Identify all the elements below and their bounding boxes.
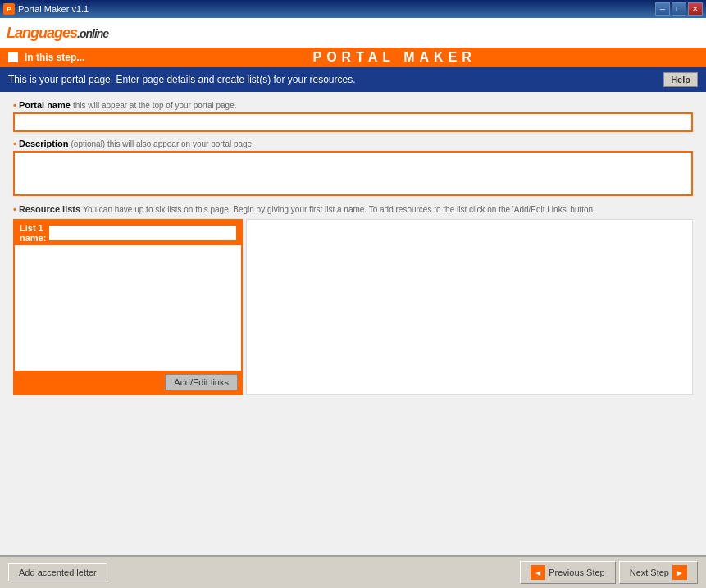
window-controls: ─ □ ✕	[655, 2, 703, 16]
lists-placeholder	[246, 219, 693, 395]
logo-part2: nguages	[22, 25, 77, 41]
next-step-button[interactable]: Next Step ►	[619, 561, 698, 584]
logo-bar: Languages.online	[0, 18, 706, 48]
next-step-label: Next Step	[630, 567, 669, 577]
logo-part1: La	[7, 25, 22, 41]
step-header: In this step... PORTAL MAKER	[0, 48, 706, 67]
previous-step-label: Previous Step	[549, 567, 604, 577]
form-area: • Portal name this will appear at the to…	[0, 92, 706, 555]
help-button[interactable]: Help	[663, 72, 698, 87]
resource-lists-note: You can have up to six lists on this pag…	[83, 205, 595, 214]
portal-name-input[interactable]	[13, 112, 693, 132]
info-bar: This is your portal page. Enter page det…	[0, 67, 706, 92]
info-text: This is your portal page. Enter page det…	[8, 74, 356, 85]
add-edit-links-button[interactable]: Add/Edit links	[165, 374, 238, 390]
lists-container: List 1name: Add/Edit links	[13, 219, 693, 395]
close-button[interactable]: ✕	[688, 2, 703, 16]
logo-part3: .online	[77, 27, 108, 40]
description-row: • Description (optional) this will also …	[13, 139, 693, 198]
maximize-button[interactable]: □	[672, 2, 686, 16]
bottom-bar: Add accented letter ◄ Previous Step Next…	[0, 555, 706, 588]
add-accented-letter-button[interactable]: Add accented letter	[8, 563, 107, 581]
title-bar: P Portal Maker v1.1 ─ □ ✕	[0, 0, 706, 18]
next-arrow-icon: ►	[672, 565, 687, 580]
step-title: In this step...	[25, 52, 84, 63]
app-title: PORTAL MAKER	[91, 50, 698, 65]
portal-name-row: • Portal name this will appear at the to…	[13, 100, 693, 132]
list-1-footer: Add/Edit links	[15, 371, 241, 394]
description-input[interactable]	[13, 151, 693, 196]
window-title: Portal Maker v1.1	[18, 4, 89, 14]
list-1-box: List 1name: Add/Edit links	[13, 219, 243, 395]
prev-arrow-icon: ◄	[531, 565, 545, 580]
description-label: • Description (optional) this will also …	[13, 139, 693, 148]
nav-buttons: ◄ Previous Step Next Step ►	[520, 561, 698, 584]
resource-lists-label-text: Resource lists	[19, 204, 80, 214]
resource-lists-row: • Resource lists You can have up to six …	[13, 204, 693, 395]
list-1-content	[15, 245, 241, 371]
list-1-label: List 1name:	[20, 223, 46, 243]
description-label-text: Description	[19, 139, 69, 148]
portal-name-label-text: Portal name	[19, 100, 71, 110]
window-content: Languages.online In this step... PORTAL …	[0, 18, 706, 588]
previous-step-button[interactable]: ◄ Previous Step	[520, 561, 615, 584]
description-note: (optional) this will also appear on your…	[71, 139, 254, 148]
portal-name-note: this will appear at the top of your port…	[73, 101, 237, 110]
minimize-button[interactable]: ─	[655, 2, 670, 16]
list-1-name-input[interactable]	[49, 226, 236, 240]
logo: Languages.online	[7, 25, 108, 42]
list-1-header: List 1name:	[15, 221, 241, 245]
resource-lists-label: • Resource lists You can have up to six …	[13, 204, 693, 214]
step-indicator	[8, 52, 18, 62]
portal-name-label: • Portal name this will appear at the to…	[13, 100, 693, 110]
app-icon: P	[3, 3, 15, 15]
